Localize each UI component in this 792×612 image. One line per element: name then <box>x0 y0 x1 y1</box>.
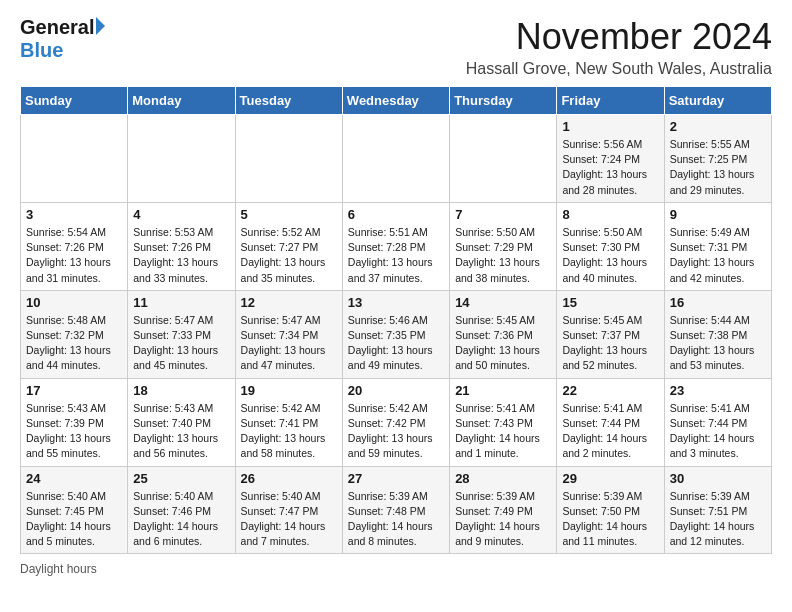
day-number: 24 <box>26 471 122 486</box>
day-number: 3 <box>26 207 122 222</box>
day-info: Sunrise: 5:44 AM Sunset: 7:38 PM Dayligh… <box>670 313 766 374</box>
day-info: Sunrise: 5:52 AM Sunset: 7:27 PM Dayligh… <box>241 225 337 286</box>
calendar-day-cell: 17Sunrise: 5:43 AM Sunset: 7:39 PM Dayli… <box>21 378 128 466</box>
calendar-day-cell: 6Sunrise: 5:51 AM Sunset: 7:28 PM Daylig… <box>342 202 449 290</box>
day-info: Sunrise: 5:50 AM Sunset: 7:30 PM Dayligh… <box>562 225 658 286</box>
weekday-header-cell: Tuesday <box>235 87 342 115</box>
calendar-day-cell: 23Sunrise: 5:41 AM Sunset: 7:44 PM Dayli… <box>664 378 771 466</box>
day-number: 10 <box>26 295 122 310</box>
day-info: Sunrise: 5:41 AM Sunset: 7:44 PM Dayligh… <box>562 401 658 462</box>
day-info: Sunrise: 5:42 AM Sunset: 7:41 PM Dayligh… <box>241 401 337 462</box>
calendar-day-cell: 10Sunrise: 5:48 AM Sunset: 7:32 PM Dayli… <box>21 290 128 378</box>
calendar-day-cell: 9Sunrise: 5:49 AM Sunset: 7:31 PM Daylig… <box>664 202 771 290</box>
title-section: November 2024 Hassall Grove, New South W… <box>466 16 772 78</box>
calendar-day-cell: 13Sunrise: 5:46 AM Sunset: 7:35 PM Dayli… <box>342 290 449 378</box>
day-info: Sunrise: 5:45 AM Sunset: 7:36 PM Dayligh… <box>455 313 551 374</box>
calendar-day-cell: 30Sunrise: 5:39 AM Sunset: 7:51 PM Dayli… <box>664 466 771 554</box>
day-number: 16 <box>670 295 766 310</box>
day-number: 21 <box>455 383 551 398</box>
calendar-day-cell: 19Sunrise: 5:42 AM Sunset: 7:41 PM Dayli… <box>235 378 342 466</box>
day-number: 5 <box>241 207 337 222</box>
calendar-day-cell: 11Sunrise: 5:47 AM Sunset: 7:33 PM Dayli… <box>128 290 235 378</box>
day-info: Sunrise: 5:56 AM Sunset: 7:24 PM Dayligh… <box>562 137 658 198</box>
calendar-body: 1Sunrise: 5:56 AM Sunset: 7:24 PM Daylig… <box>21 115 772 554</box>
weekday-header-cell: Thursday <box>450 87 557 115</box>
page-header: General Blue November 2024 Hassall Grove… <box>20 16 772 78</box>
day-info: Sunrise: 5:39 AM Sunset: 7:50 PM Dayligh… <box>562 489 658 550</box>
weekday-header-row: SundayMondayTuesdayWednesdayThursdayFrid… <box>21 87 772 115</box>
calendar-day-cell: 5Sunrise: 5:52 AM Sunset: 7:27 PM Daylig… <box>235 202 342 290</box>
calendar-day-cell: 1Sunrise: 5:56 AM Sunset: 7:24 PM Daylig… <box>557 115 664 203</box>
calendar-day-cell: 16Sunrise: 5:44 AM Sunset: 7:38 PM Dayli… <box>664 290 771 378</box>
calendar-table: SundayMondayTuesdayWednesdayThursdayFrid… <box>20 86 772 554</box>
day-info: Sunrise: 5:49 AM Sunset: 7:31 PM Dayligh… <box>670 225 766 286</box>
calendar-day-cell <box>21 115 128 203</box>
day-info: Sunrise: 5:41 AM Sunset: 7:43 PM Dayligh… <box>455 401 551 462</box>
weekday-header-cell: Friday <box>557 87 664 115</box>
calendar-day-cell <box>128 115 235 203</box>
calendar-day-cell <box>450 115 557 203</box>
logo-blue: Blue <box>20 39 63 61</box>
day-number: 13 <box>348 295 444 310</box>
day-number: 28 <box>455 471 551 486</box>
calendar-day-cell: 24Sunrise: 5:40 AM Sunset: 7:45 PM Dayli… <box>21 466 128 554</box>
weekday-header-cell: Sunday <box>21 87 128 115</box>
day-info: Sunrise: 5:50 AM Sunset: 7:29 PM Dayligh… <box>455 225 551 286</box>
day-info: Sunrise: 5:45 AM Sunset: 7:37 PM Dayligh… <box>562 313 658 374</box>
day-number: 9 <box>670 207 766 222</box>
day-number: 25 <box>133 471 229 486</box>
calendar-day-cell: 29Sunrise: 5:39 AM Sunset: 7:50 PM Dayli… <box>557 466 664 554</box>
calendar-day-cell: 27Sunrise: 5:39 AM Sunset: 7:48 PM Dayli… <box>342 466 449 554</box>
calendar-day-cell <box>342 115 449 203</box>
day-info: Sunrise: 5:42 AM Sunset: 7:42 PM Dayligh… <box>348 401 444 462</box>
daylight-label: Daylight hours <box>20 562 97 576</box>
calendar-day-cell: 3Sunrise: 5:54 AM Sunset: 7:26 PM Daylig… <box>21 202 128 290</box>
day-number: 29 <box>562 471 658 486</box>
calendar-day-cell: 22Sunrise: 5:41 AM Sunset: 7:44 PM Dayli… <box>557 378 664 466</box>
location-subtitle: Hassall Grove, New South Wales, Australi… <box>466 60 772 78</box>
day-info: Sunrise: 5:40 AM Sunset: 7:46 PM Dayligh… <box>133 489 229 550</box>
day-number: 18 <box>133 383 229 398</box>
day-info: Sunrise: 5:39 AM Sunset: 7:49 PM Dayligh… <box>455 489 551 550</box>
calendar-week-row: 1Sunrise: 5:56 AM Sunset: 7:24 PM Daylig… <box>21 115 772 203</box>
day-info: Sunrise: 5:43 AM Sunset: 7:39 PM Dayligh… <box>26 401 122 462</box>
day-number: 17 <box>26 383 122 398</box>
day-number: 27 <box>348 471 444 486</box>
calendar-day-cell: 8Sunrise: 5:50 AM Sunset: 7:30 PM Daylig… <box>557 202 664 290</box>
calendar-week-row: 24Sunrise: 5:40 AM Sunset: 7:45 PM Dayli… <box>21 466 772 554</box>
day-info: Sunrise: 5:39 AM Sunset: 7:51 PM Dayligh… <box>670 489 766 550</box>
weekday-header-cell: Monday <box>128 87 235 115</box>
calendar-day-cell: 20Sunrise: 5:42 AM Sunset: 7:42 PM Dayli… <box>342 378 449 466</box>
day-number: 12 <box>241 295 337 310</box>
day-number: 30 <box>670 471 766 486</box>
logo-triangle-icon <box>96 17 105 35</box>
logo-general: General <box>20 16 94 39</box>
day-info: Sunrise: 5:46 AM Sunset: 7:35 PM Dayligh… <box>348 313 444 374</box>
logo: General Blue <box>20 16 105 62</box>
day-info: Sunrise: 5:48 AM Sunset: 7:32 PM Dayligh… <box>26 313 122 374</box>
calendar-day-cell: 4Sunrise: 5:53 AM Sunset: 7:26 PM Daylig… <box>128 202 235 290</box>
calendar-day-cell: 18Sunrise: 5:43 AM Sunset: 7:40 PM Dayli… <box>128 378 235 466</box>
day-info: Sunrise: 5:43 AM Sunset: 7:40 PM Dayligh… <box>133 401 229 462</box>
calendar-day-cell: 15Sunrise: 5:45 AM Sunset: 7:37 PM Dayli… <box>557 290 664 378</box>
month-title: November 2024 <box>466 16 772 58</box>
day-number: 14 <box>455 295 551 310</box>
day-info: Sunrise: 5:40 AM Sunset: 7:47 PM Dayligh… <box>241 489 337 550</box>
calendar-day-cell: 14Sunrise: 5:45 AM Sunset: 7:36 PM Dayli… <box>450 290 557 378</box>
day-number: 8 <box>562 207 658 222</box>
calendar-week-row: 3Sunrise: 5:54 AM Sunset: 7:26 PM Daylig… <box>21 202 772 290</box>
day-number: 2 <box>670 119 766 134</box>
day-info: Sunrise: 5:55 AM Sunset: 7:25 PM Dayligh… <box>670 137 766 198</box>
calendar-day-cell <box>235 115 342 203</box>
day-info: Sunrise: 5:47 AM Sunset: 7:34 PM Dayligh… <box>241 313 337 374</box>
day-number: 7 <box>455 207 551 222</box>
calendar-day-cell: 26Sunrise: 5:40 AM Sunset: 7:47 PM Dayli… <box>235 466 342 554</box>
calendar-week-row: 10Sunrise: 5:48 AM Sunset: 7:32 PM Dayli… <box>21 290 772 378</box>
day-number: 15 <box>562 295 658 310</box>
day-number: 6 <box>348 207 444 222</box>
day-number: 22 <box>562 383 658 398</box>
day-info: Sunrise: 5:47 AM Sunset: 7:33 PM Dayligh… <box>133 313 229 374</box>
day-info: Sunrise: 5:40 AM Sunset: 7:45 PM Dayligh… <box>26 489 122 550</box>
day-number: 23 <box>670 383 766 398</box>
day-info: Sunrise: 5:53 AM Sunset: 7:26 PM Dayligh… <box>133 225 229 286</box>
